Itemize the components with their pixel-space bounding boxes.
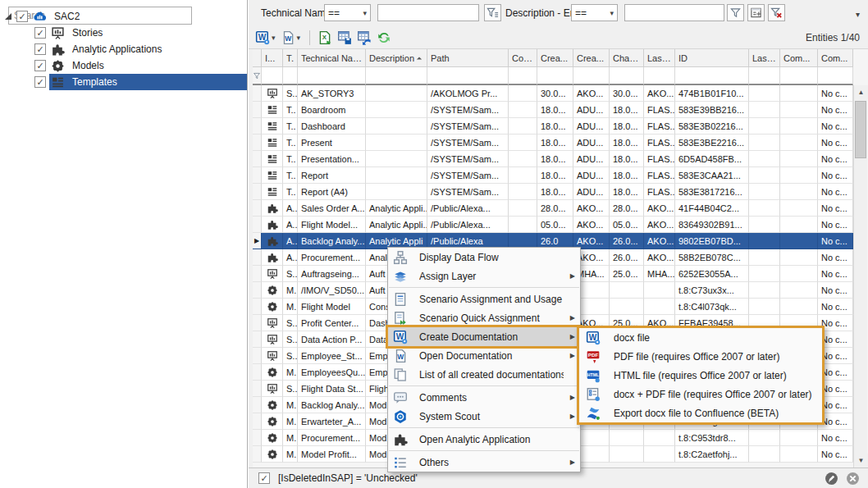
cell-id[interactable]: t.8:C953tdr8... [675, 430, 749, 446]
cell-crea1[interactable]: 30.0... [537, 85, 573, 102]
column-header-desc[interactable]: Description [366, 49, 427, 67]
cell-path[interactable]: /Public/Alexa... [427, 200, 509, 217]
table-row[interactable]: T..Present/SYSTEM/Sam...18.0...ADU...18.… [253, 135, 853, 151]
cell-chan[interactable]: 26.0... [610, 233, 644, 249]
cell-id[interactable]: 474B1B01F10... [675, 85, 749, 102]
cell-crea2[interactable]: ADU... [573, 102, 610, 118]
cell-com1[interactable] [780, 446, 818, 463]
cell-crea1[interactable]: 18.0... [537, 167, 573, 184]
cell-tech[interactable]: Present [298, 135, 366, 151]
cell-last2[interactable] [749, 430, 780, 446]
cell-type[interactable]: S.. [283, 381, 298, 397]
cell-chan[interactable]: 18.0... [610, 151, 644, 167]
cell-last1[interactable]: AKO... [644, 85, 675, 102]
cell-tech[interactable]: Backlog Analy... [298, 397, 366, 413]
filter-cell-com1[interactable] [780, 67, 818, 85]
filter-cell-desc[interactable] [366, 67, 427, 85]
cell-chan[interactable] [610, 430, 644, 446]
cell-conn[interactable] [509, 118, 537, 135]
save-table-layout-button[interactable] [336, 29, 354, 47]
column-header-crea2[interactable]: Crea... [573, 49, 610, 67]
cell-type[interactable]: M. [283, 299, 298, 315]
cell-com1[interactable] [780, 266, 818, 282]
cell-com2[interactable]: No c... [818, 249, 853, 266]
cell-id[interactable]: 6D5AD458FB... [675, 151, 749, 167]
cell-last1[interactable]: AKO... [644, 249, 675, 266]
table-row[interactable]: T..Presentation.../SYSTEM/Sam...18.0...A… [253, 151, 853, 167]
cell-chan[interactable]: 30.0... [610, 85, 644, 102]
cell-com1[interactable] [780, 102, 818, 118]
filter-cell-id[interactable] [675, 67, 749, 85]
cell-crea2[interactable]: ADU... [573, 118, 610, 135]
cell-tech[interactable]: Report [298, 167, 366, 184]
cell-com2[interactable]: No c... [818, 167, 853, 184]
scroll-down-icon[interactable]: ▼ [854, 454, 868, 467]
cell-type[interactable]: T.. [283, 151, 298, 167]
cell-chan[interactable] [610, 299, 644, 315]
column-header-com1[interactable]: Com... [780, 49, 818, 67]
cell-chan[interactable]: 18.0... [610, 135, 644, 151]
cell-tech[interactable]: Auftragseing... [298, 266, 366, 282]
cell-crea2[interactable]: ADU... [573, 167, 610, 184]
cell-tech[interactable]: Profit Center... [298, 315, 366, 331]
filter-cell-last1[interactable] [644, 67, 675, 85]
cell-com1[interactable] [780, 249, 818, 266]
table-row[interactable]: T..Report (A4)/SYSTEM/Sam...18.0...ADU..… [253, 184, 853, 200]
cell-com2[interactable]: No c... [818, 102, 853, 118]
cell-desc[interactable] [366, 118, 427, 135]
cell-id[interactable]: 9802EB07BD... [675, 233, 749, 249]
cell-com2[interactable]: No c... [818, 299, 853, 315]
submenu-item-pdf-file-requires-office-2007-or-later[interactable]: PDFPDF file (requires Office 2007 or lat… [579, 347, 822, 366]
checkbox[interactable]: ✓ [16, 11, 28, 22]
cell-type[interactable]: A.. [283, 200, 298, 217]
cell-last2[interactable] [749, 266, 780, 282]
cell-com1[interactable] [780, 118, 818, 135]
filter-settings-button[interactable] [484, 4, 501, 21]
cell-type[interactable]: M. [283, 397, 298, 413]
filter-bar-caret-icon[interactable]: ▾ [856, 10, 860, 19]
cell-crea1[interactable]: 18.0... [537, 151, 573, 167]
column-header-com2[interactable]: Com... [818, 49, 853, 67]
cell-type[interactable]: T.. [283, 184, 298, 200]
menu-item-scenario-quick-assignment[interactable]: Scenario Quick Assignment▶ [388, 308, 580, 327]
filter-cell-crea2[interactable] [573, 67, 610, 85]
menu-item-create-documentation[interactable]: WCreate Documentation▶ [388, 327, 580, 346]
column-header-conn[interactable]: Conn... [509, 49, 537, 67]
cell-chan[interactable] [610, 446, 644, 463]
cell-path[interactable]: /SYSTEM/Sam... [427, 118, 509, 135]
cell-last2[interactable] [749, 233, 780, 249]
cell-com1[interactable] [780, 151, 818, 167]
cell-com2[interactable]: No c... [818, 118, 853, 135]
cell-last2[interactable] [749, 118, 780, 135]
table-row[interactable]: S..AK_STORY3/AKOLMOG Pr...30.0...AKO...3… [253, 85, 853, 102]
submenu-item-docx-file[interactable]: Wdocx file [579, 328, 822, 347]
column-header-tech[interactable]: Technical Name [298, 49, 366, 67]
tree-item-models[interactable]: ✓Models [0, 57, 247, 74]
cell-id[interactable]: 6252E3055A... [675, 266, 749, 282]
cell-chan[interactable]: 25.0... [610, 266, 644, 282]
cell-last1[interactable]: FLAS... [644, 151, 675, 167]
cell-desc[interactable] [366, 102, 427, 118]
cell-type[interactable]: S.. [283, 348, 298, 364]
cell-desc[interactable]: Analytic Appli... [366, 217, 427, 233]
cell-path[interactable]: /SYSTEM/Sam... [427, 184, 509, 200]
checkbox[interactable]: ✓ [34, 27, 46, 39]
cell-type[interactable]: M. [283, 413, 298, 430]
table-row[interactable]: A..Sales Order A...Analytic Appli.../Pub… [253, 200, 853, 217]
operator-select-technical-name[interactable]: == ▾ [324, 4, 371, 21]
cell-tech[interactable]: Procurement... [298, 430, 366, 446]
cell-last2[interactable] [749, 102, 780, 118]
cell-type[interactable]: T.. [283, 118, 298, 135]
cell-type[interactable]: T.. [283, 102, 298, 118]
cell-chan[interactable]: 18.0... [610, 167, 644, 184]
filter-input-technical-name[interactable] [377, 4, 479, 21]
cell-last1[interactable]: FLAS... [644, 102, 675, 118]
cell-path[interactable]: /SYSTEM/Sam... [427, 151, 509, 167]
cell-conn[interactable] [509, 184, 537, 200]
cell-last2[interactable] [749, 249, 780, 266]
cell-desc[interactable] [366, 151, 427, 167]
cell-com1[interactable] [780, 184, 818, 200]
cell-crea2[interactable]: ADU... [573, 135, 610, 151]
menu-item-system-scout[interactable]: System Scout▶ [388, 407, 580, 426]
cell-com2[interactable]: No c... [818, 135, 853, 151]
